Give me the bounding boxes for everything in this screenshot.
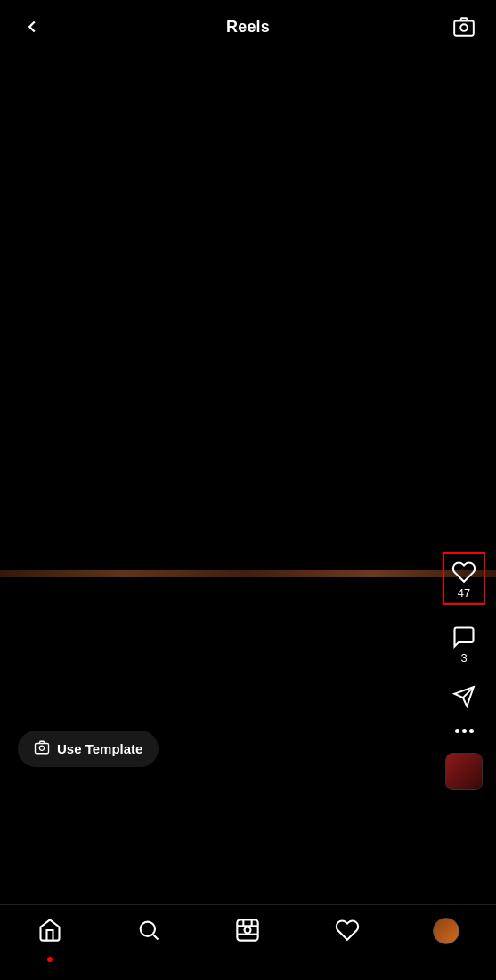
svg-rect-0 [454,21,474,36]
video-strip [0,570,496,577]
svg-line-7 [154,935,159,939]
comment-icon [451,625,476,649]
camera-small-icon [34,739,50,758]
page-title: Reels [226,18,270,37]
svg-point-1 [460,24,468,31]
bottom-nav [0,904,496,980]
dot-2 [462,729,467,733]
like-count: 47 [458,586,470,600]
nav-profile[interactable] [424,918,468,944]
dot-3 [469,729,474,733]
right-actions: 47 3 [443,552,485,790]
back-button[interactable] [16,11,48,43]
home-active-dot [47,957,53,962]
avatar [433,918,459,944]
nav-likes[interactable] [325,918,370,943]
video-area [0,0,496,980]
nav-search[interactable] [126,918,171,943]
comment-button[interactable]: 3 [451,625,476,665]
heart-icon [451,559,476,584]
use-template-label: Use Template [57,741,142,756]
svg-rect-4 [36,744,49,754]
audio-thumbnail[interactable] [445,753,483,790]
camera-button[interactable] [448,11,480,43]
nav-home[interactable] [28,918,72,943]
search-icon [136,918,161,943]
reels-icon [235,918,260,943]
comment-count: 3 [460,651,467,665]
svg-point-9 [245,927,251,934]
nav-reels[interactable] [225,918,270,943]
svg-rect-8 [238,919,258,940]
send-icon [451,684,476,709]
use-template-button[interactable]: Use Template [18,731,159,767]
svg-point-6 [141,922,155,936]
more-options-button[interactable] [455,729,474,733]
heart-nav-icon [335,918,360,943]
like-button[interactable]: 47 [443,552,485,605]
share-button[interactable] [451,684,476,709]
audio-thumbnail-image [446,754,482,789]
header: Reels [0,0,496,53]
svg-point-5 [39,746,44,750]
home-icon [37,918,62,943]
dot-1 [455,729,459,733]
